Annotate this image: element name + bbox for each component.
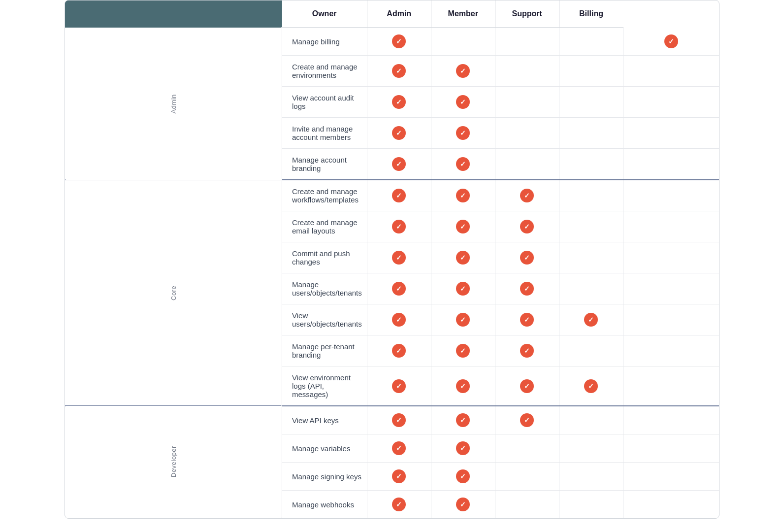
perm-admin [431,242,495,273]
check-icon [392,220,406,233]
perm-member [495,366,559,406]
perm-billing [623,28,719,56]
perm-admin [431,273,495,304]
perm-owner [367,211,431,242]
col-header-admin: Admin [367,0,431,28]
check-icon [392,469,406,483]
perm-owner [367,304,431,335]
col-header-member: Member [431,0,495,28]
check-icon [392,282,406,296]
feature-name: Create and manage email layouts [282,211,367,242]
perm-billing [623,406,719,434]
perm-member [495,149,559,180]
perm-support [559,211,623,242]
perm-billing [623,242,719,273]
section-label-core: Core [65,180,282,406]
check-icon [520,282,534,296]
check-icon [664,34,678,48]
perm-admin [431,491,495,519]
perm-support [559,406,623,434]
perm-admin [431,87,495,118]
perm-owner [367,28,431,56]
feature-name: Create and manage environments [282,56,367,87]
feature-name: Manage users/objects/tenants [282,273,367,304]
check-icon [520,413,534,427]
feature-name: View API keys [282,406,367,434]
check-icon [456,282,470,296]
check-icon [520,379,534,393]
perm-admin [431,366,495,406]
perm-member [495,491,559,519]
check-icon [456,220,470,233]
perm-member [495,406,559,434]
col-header-billing: Billing [559,0,623,28]
perm-billing [623,366,719,406]
feature-name: View account audit logs [282,87,367,118]
feature-name: Manage signing keys [282,463,367,491]
perm-owner [367,434,431,463]
perm-owner [367,180,431,211]
col-header-owner: Owner [282,0,367,28]
perm-support [559,366,623,406]
perm-support [559,87,623,118]
perm-support [559,335,623,366]
perm-billing [623,87,719,118]
perm-billing [623,491,719,519]
perm-owner [367,56,431,87]
perm-admin [431,28,495,56]
perm-owner [367,87,431,118]
perm-owner [367,335,431,366]
perm-owner [367,366,431,406]
check-icon [392,413,406,427]
perm-support [559,304,623,335]
section-label-admin: Admin [65,28,282,180]
perm-billing [623,463,719,491]
perm-billing [623,304,719,335]
perm-member [495,242,559,273]
perm-billing [623,335,719,366]
perm-member [495,335,559,366]
feature-name: Manage billing [282,28,367,56]
check-icon [392,441,406,455]
check-icon [392,251,406,265]
perm-billing [623,180,719,211]
check-icon [520,313,534,327]
check-icon [392,379,406,393]
check-icon [456,126,470,140]
check-icon [392,189,406,202]
check-icon [456,95,470,109]
check-icon [456,157,470,171]
perm-admin [431,434,495,463]
perm-owner [367,406,431,434]
perm-member [495,273,559,304]
check-icon [520,220,534,233]
perm-support [559,463,623,491]
col-header-support: Support [495,0,559,28]
perm-billing [623,118,719,149]
check-icon [392,126,406,140]
perm-support [559,56,623,87]
check-icon [520,189,534,202]
check-icon [392,95,406,109]
check-icon [456,441,470,455]
check-icon [456,413,470,427]
perm-owner [367,491,431,519]
feature-name: Manage per-tenant branding [282,335,367,366]
perm-support [559,273,623,304]
check-icon [456,344,470,358]
perm-owner [367,463,431,491]
perm-member [495,304,559,335]
feature-name: Manage webhooks [282,491,367,519]
check-icon [456,379,470,393]
check-icon [520,251,534,265]
perm-billing [623,56,719,87]
perm-owner [367,118,431,149]
empty-header-cell [65,0,282,28]
permissions-table-wrapper: Owner Admin Member Support Billing Admin… [65,0,719,519]
perm-member [495,118,559,149]
perm-admin [431,211,495,242]
perm-billing [623,273,719,304]
perm-support [559,149,623,180]
perm-member [495,463,559,491]
check-icon [456,469,470,483]
